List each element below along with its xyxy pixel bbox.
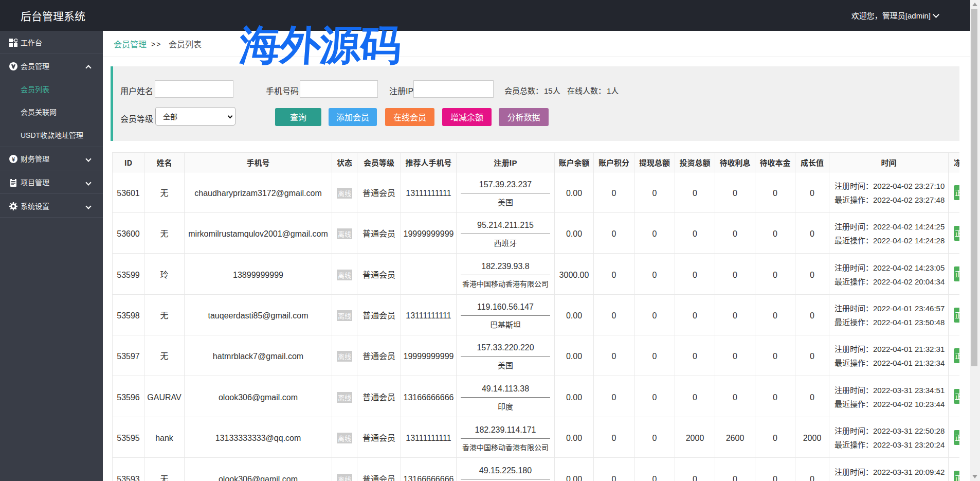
svg-text:¥: ¥ — [12, 155, 15, 163]
